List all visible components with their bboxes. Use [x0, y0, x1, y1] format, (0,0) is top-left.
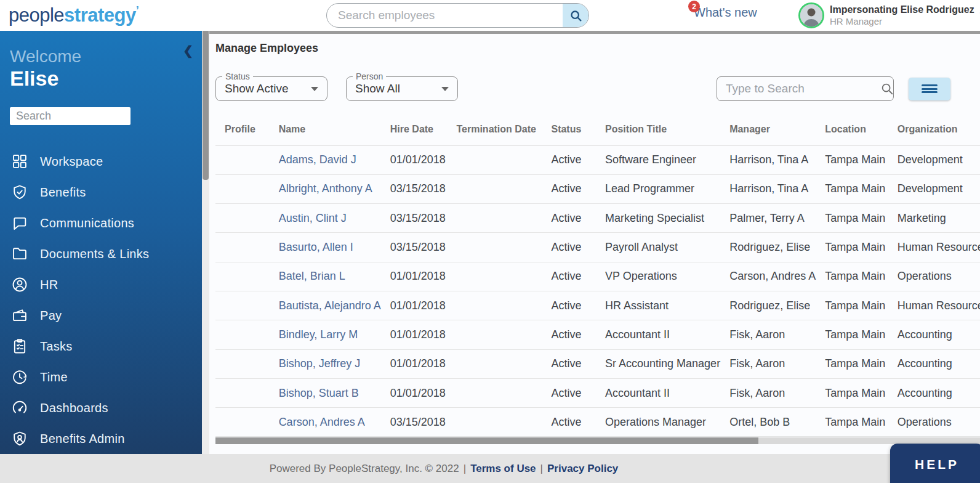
employee-name-link[interactable]: Albright, Anthony A [279, 182, 372, 195]
profile-cell [215, 233, 270, 262]
clipboard-icon [10, 338, 30, 355]
organization-cell: Operations [888, 408, 980, 437]
name-cell: Basurto, Allen I [270, 233, 381, 262]
sidebar-item-benefits-admin[interactable]: Benefits Admin [10, 429, 192, 448]
manager-cell: Harrison, Tina A [720, 145, 816, 174]
sidebar-item-communications[interactable]: Communications [10, 214, 192, 232]
status-cell: Active [542, 408, 596, 437]
status-cell: Active [542, 378, 596, 407]
manager-cell: Fisk, Aaron [720, 378, 816, 407]
status-cell: Active [542, 320, 596, 349]
organization-cell: Development [888, 145, 980, 174]
filter-row: Status Show Active Person Show All [215, 76, 950, 101]
caret-down-icon [311, 87, 318, 91]
sidebar-search-input[interactable] [10, 107, 131, 125]
column-header-name[interactable]: Name [270, 114, 381, 145]
location-cell: Tampa Main [816, 408, 888, 437]
whats-new-link[interactable]: 2 What's new [694, 6, 757, 20]
terms-of-use-link[interactable]: Terms of Use [470, 463, 536, 475]
table-row: Albright, Anthony A03/15/2018ActiveLead … [215, 174, 980, 203]
column-header-hire-date[interactable]: Hire Date [381, 114, 448, 145]
sidebar-collapse-icon[interactable]: ❮ [183, 44, 193, 57]
hire-date-cell: 01/01/2018 [381, 262, 448, 291]
employee-name-link[interactable]: Bindley, Larry M [279, 328, 358, 341]
manager-cell: Fisk, Aaron [720, 320, 816, 349]
column-header-termination-date[interactable]: Termination Date [447, 114, 542, 145]
sidebar-nav: Workspace Benefits Communications Docume… [10, 152, 192, 448]
profile-cell [215, 408, 270, 437]
chat-bubble-icon [10, 214, 30, 232]
table-row: Basurto, Allen I03/15/2018ActivePayroll … [215, 233, 980, 262]
help-button[interactable]: HELP [890, 444, 980, 483]
organization-cell: Accounting [888, 320, 980, 349]
column-header-organization[interactable]: Organization [888, 114, 980, 145]
location-cell: Tampa Main [816, 204, 888, 233]
employee-name-link[interactable]: Batel, Brian L [279, 270, 345, 282]
profile-cell [215, 349, 270, 378]
horizontal-scrollbar-thumb[interactable] [215, 437, 758, 444]
sidebar-item-hr[interactable]: HR [10, 275, 192, 294]
column-header-manager[interactable]: Manager [720, 114, 816, 145]
sidebar-item-benefits[interactable]: Benefits [10, 183, 192, 201]
footer-separator: | [464, 463, 466, 475]
sidebar-item-time[interactable]: Time [10, 368, 192, 386]
grid-icon [10, 153, 30, 170]
table-row: Adams, David J01/01/2018ActiveSoftware E… [215, 145, 980, 174]
status-filter-select[interactable]: Status Show Active [215, 76, 327, 101]
name-cell: Batel, Brian L [270, 262, 381, 291]
position-title-cell: Payroll Analyst [596, 233, 720, 262]
position-title-cell: Software Engineer [596, 145, 720, 174]
employee-search-input[interactable] [327, 4, 563, 27]
employee-name-link[interactable]: Carson, Andres A [279, 416, 365, 428]
table-row: Bishop, Jeffrey J01/01/2018ActiveSr Acco… [215, 349, 980, 378]
employee-table-wrapper: Profile Name Hire Date Termination Date … [215, 114, 980, 437]
position-title-cell: Lead Programmer [596, 174, 720, 203]
person-circle-icon [10, 276, 30, 293]
termination-date-cell [447, 378, 542, 407]
sidebar-item-label: Pay [40, 309, 62, 323]
grid-search-input[interactable] [717, 82, 880, 95]
privacy-policy-link[interactable]: Privacy Policy [547, 463, 618, 475]
location-cell: Tampa Main [816, 174, 888, 203]
sidebar-item-label: Benefits [40, 185, 86, 200]
search-icon [569, 9, 582, 22]
sidebar-item-tasks[interactable]: Tasks [10, 337, 192, 355]
sidebar-item-documents-links[interactable]: Documents & Links [10, 245, 192, 263]
organization-cell: Accounting [888, 349, 980, 378]
vertical-scrollbar-track[interactable] [202, 31, 209, 454]
column-header-location[interactable]: Location [816, 114, 888, 145]
vertical-scrollbar-thumb[interactable] [203, 31, 209, 180]
sidebar-item-dashboards[interactable]: Dashboards [10, 399, 192, 417]
employee-name-link[interactable]: Bautista, Alejandro A [279, 299, 381, 312]
employee-name-link[interactable]: Bishop, Jeffrey J [279, 357, 361, 370]
organization-cell: Human Resources [888, 291, 980, 320]
termination-date-cell [447, 262, 542, 291]
peoplestrategy-logo[interactable]: peoplestrategy’ [9, 4, 139, 26]
employee-search-button[interactable] [563, 4, 588, 27]
sidebar-item-workspace[interactable]: Workspace [10, 152, 192, 171]
employee-name-link[interactable]: Bishop, Stuart B [279, 387, 359, 399]
avatar-photo [800, 4, 822, 26]
position-title-cell: Sr Accounting Manager [596, 349, 720, 378]
sidebar-item-pay[interactable]: Pay [10, 306, 192, 325]
sidebar: ❮ Welcome Elise Workspace Benefits Commu… [0, 31, 202, 454]
person-filter-select[interactable]: Person Show All [346, 76, 458, 101]
grid-menu-button[interactable] [909, 78, 950, 100]
employee-name-link[interactable]: Adams, David J [279, 153, 356, 166]
column-header-status[interactable]: Status [542, 114, 596, 145]
employee-name-link[interactable]: Basurto, Allen I [279, 241, 353, 253]
table-row: Carson, Andres A03/15/2018ActiveOperatio… [215, 408, 980, 437]
column-header-position-title[interactable]: Position Title [596, 114, 720, 145]
search-icon[interactable] [880, 82, 894, 95]
employee-name-link[interactable]: Austin, Clint J [279, 212, 347, 224]
position-title-cell: HR Assistant [596, 291, 720, 320]
person-filter-value: Show All [355, 82, 400, 95]
manager-cell: Carson, Andres A [720, 262, 816, 291]
column-header-profile[interactable]: Profile [215, 114, 270, 145]
notification-badge: 2 [688, 1, 700, 12]
user-menu[interactable]: Impersonating Elise Rodriguez HR Manager [798, 2, 980, 28]
termination-date-cell [447, 349, 542, 378]
gauge-icon [10, 399, 30, 416]
horizontal-scrollbar-track[interactable] [215, 437, 980, 444]
position-title-cell: Accountant II [596, 378, 720, 407]
